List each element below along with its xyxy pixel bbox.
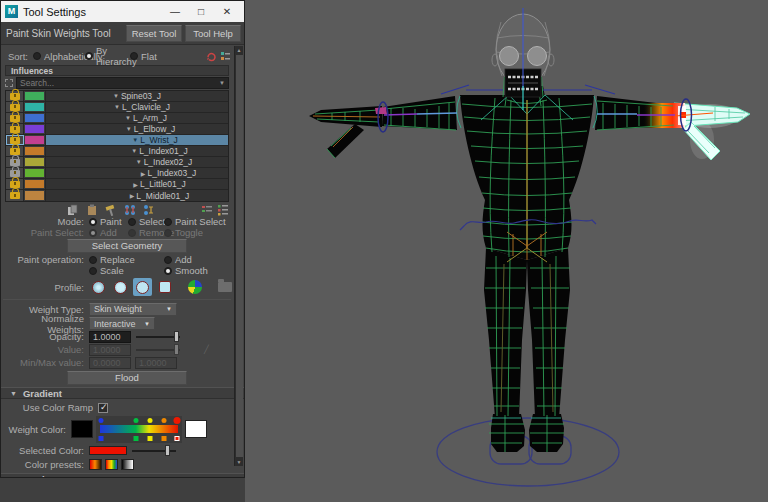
3d-viewport[interactable] (245, 0, 768, 502)
weight-hammer-icon[interactable] (105, 204, 117, 216)
ramp-stop-dot[interactable] (148, 418, 153, 423)
browse-profile-folder-icon[interactable] (215, 278, 234, 296)
move-weights-icon[interactable] (124, 204, 136, 216)
mode-select[interactable]: Select (128, 216, 164, 227)
sort-option-flat[interactable]: Flat (130, 51, 157, 62)
brush-profile-medium[interactable] (111, 278, 130, 296)
normalize-weights-dropdown[interactable]: Interactive▼ (89, 317, 155, 330)
ramp-stop-square[interactable] (99, 436, 104, 441)
value-field[interactable]: 1.0000 (89, 344, 131, 356)
opacity-field[interactable]: 1.0000 (89, 331, 131, 343)
sort-option-by-hierarchy[interactable]: By Hierarchy (85, 45, 130, 67)
color-preset-grayscale[interactable] (121, 459, 134, 470)
paint-select-remove[interactable]: Remove (128, 227, 164, 238)
influence-color-swatch[interactable] (24, 157, 46, 167)
ramp-stop-square[interactable] (161, 436, 166, 441)
ramp-stop-square[interactable] (133, 436, 138, 441)
max-value-field[interactable]: 1.0000 (135, 357, 177, 369)
mode-paint[interactable]: Paint (89, 216, 128, 227)
select-geometry-button[interactable]: Select Geometry (67, 239, 187, 253)
paste-weights-icon[interactable] (86, 204, 98, 216)
refresh-sort-icon[interactable] (206, 51, 217, 62)
paint-op-replace[interactable]: Replace (89, 254, 164, 265)
ramp-stop-square[interactable] (148, 436, 153, 441)
filter-icon[interactable] (5, 79, 13, 87)
brush-profile-hard-selected[interactable] (133, 278, 152, 296)
tool-help-button[interactable]: Tool Help (185, 25, 241, 42)
brush-profile-image-icon[interactable] (185, 278, 204, 296)
copy-weights-icon[interactable] (67, 204, 79, 216)
paint-op-smooth[interactable]: Smooth (164, 265, 208, 276)
ramp-left-swatch[interactable] (71, 420, 93, 438)
opacity-slider[interactable] (136, 331, 180, 342)
collapse-icon: ▼ (10, 476, 17, 478)
weight-color-ramp[interactable] (96, 416, 182, 443)
influence-row-index01[interactable]: ▼L_Index01_J (6, 146, 228, 157)
use-color-ramp-checkbox[interactable] (98, 403, 108, 413)
flood-button[interactable]: Flood (67, 371, 187, 385)
brush-profile-soft[interactable] (89, 278, 108, 296)
ground-control-circle[interactable] (437, 418, 619, 486)
show-hierarchy-list-icon[interactable] (217, 204, 229, 216)
influence-list-view-icon[interactable] (220, 51, 231, 62)
ramp-stop-dot[interactable] (99, 418, 104, 423)
value-marker-icon[interactable]: ╱ (204, 345, 209, 354)
maximize-button[interactable]: □ (188, 2, 214, 22)
paint-select-toggle[interactable]: Toggle (164, 227, 203, 238)
sort-option-alphabetically[interactable]: Alphabetically (33, 51, 85, 62)
ramp-stop-dot[interactable] (133, 418, 138, 423)
gradient-section-header[interactable]: ▼Gradient (1, 387, 244, 399)
close-button[interactable]: ✕ (214, 2, 240, 22)
influence-row-clavicle[interactable]: ▼L_Clavicle_J (6, 102, 228, 113)
use-color-ramp-row: Use Color Ramp (3, 401, 231, 414)
influence-search-input[interactable]: Search... ▼ (16, 77, 229, 89)
weight-type-dropdown[interactable]: Skin Weight▼ (89, 303, 177, 316)
influence-color-swatch[interactable] (24, 113, 46, 123)
show-selected-list-icon[interactable] (201, 204, 213, 216)
search-dropdown-icon[interactable]: ▼ (219, 80, 225, 86)
influence-color-swatch[interactable] (24, 135, 46, 145)
influence-row-spine03[interactable]: ▼Spine03_J (6, 91, 228, 102)
selected-color-slider[interactable] (132, 445, 176, 456)
expand-icon: ▼ (113, 93, 119, 99)
brush-profile-square[interactable] (155, 278, 174, 296)
selected-color-swatch[interactable] (89, 446, 127, 455)
paint-op-scale[interactable]: Scale (89, 265, 164, 276)
influence-row-elbow[interactable]: ▼L_Elbow_J (6, 124, 228, 135)
influence-row-wrist-selected[interactable]: ▼L_Wrist_J (6, 135, 228, 146)
influence-row-little01[interactable]: ▶L_Little01_J (6, 179, 228, 190)
ramp-stop-dot[interactable] (161, 418, 166, 423)
ramp-stop-dot-selected[interactable] (173, 417, 180, 424)
influence-color-swatch[interactable] (24, 179, 46, 189)
influence-row-index03[interactable]: ▶L_Index03_J (6, 168, 228, 179)
influence-row-middle01[interactable]: ▶L_Middle01_J (6, 190, 228, 201)
ramp-gradient-bar[interactable] (100, 425, 178, 433)
lock-toggle[interactable] (6, 190, 24, 201)
value-slider[interactable] (136, 344, 180, 355)
influence-color-swatch[interactable] (24, 124, 46, 134)
paint-select-add[interactable]: Add (89, 227, 128, 238)
minimize-button[interactable]: — (162, 2, 188, 22)
character-mesh[interactable] (309, 86, 674, 452)
profile-row: Profile: (3, 277, 231, 297)
paint-op-add[interactable]: Add (164, 254, 192, 265)
color-preset-heat[interactable] (89, 459, 102, 470)
min-value-field[interactable]: 0.0000 (89, 357, 131, 369)
influence-color-swatch[interactable] (24, 102, 46, 112)
influence-color-swatch[interactable] (24, 168, 46, 178)
ramp-stop-square-selected[interactable] (174, 436, 179, 441)
influence-row-index02[interactable]: ▼L_Index02_J (6, 157, 228, 168)
swap-influences-icon[interactable] (143, 204, 155, 216)
reset-tool-button[interactable]: Reset Tool (126, 25, 182, 42)
vertical-scrollbar[interactable]: ▲ ▼ (234, 46, 243, 466)
color-preset-rainbow[interactable] (105, 459, 118, 470)
stroke-section-header[interactable]: ▼Stroke (1, 473, 244, 477)
window-titlebar[interactable]: M Tool Settings — □ ✕ (1, 1, 244, 22)
ramp-right-swatch[interactable] (185, 420, 207, 438)
influence-color-swatch[interactable] (24, 91, 46, 101)
mode-paint-select[interactable]: Paint Select (164, 216, 226, 227)
influence-color-swatch[interactable] (24, 146, 46, 156)
influence-color-swatch[interactable] (24, 190, 46, 201)
influence-row-arm[interactable]: ▼L_Arm_J (6, 113, 228, 124)
character-model[interactable] (245, 0, 768, 502)
